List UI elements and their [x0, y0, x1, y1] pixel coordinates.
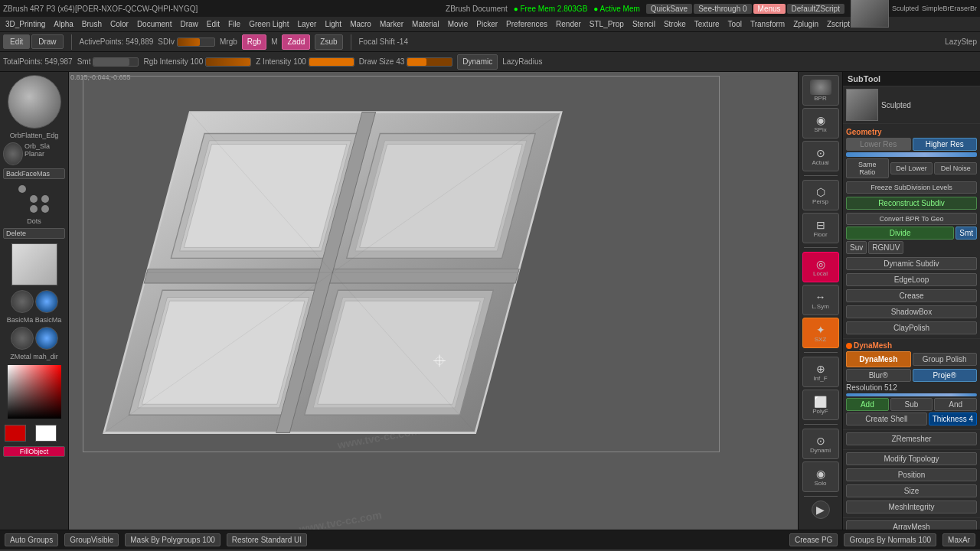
- del-noise-button[interactable]: Del Noise: [934, 162, 977, 174]
- bg-color-swatch[interactable]: [35, 425, 57, 442]
- restore-ui-button[interactable]: Restore Standard UI: [227, 533, 307, 546]
- geometry-header[interactable]: Geometry: [846, 126, 977, 138]
- group-polish-button[interactable]: Group Polish: [913, 353, 978, 366]
- menu-light[interactable]: Light: [321, 19, 345, 29]
- del-lower-button[interactable]: Del Lower: [890, 162, 933, 174]
- menu-transform[interactable]: Transform: [746, 19, 789, 29]
- menu-draw[interactable]: Draw: [176, 19, 201, 29]
- menus-button[interactable]: Menus: [753, 4, 786, 14]
- z-intensity-slider[interactable]: [309, 57, 354, 67]
- reconstruct-subdiv-button[interactable]: Reconstruct Subdiv: [846, 197, 977, 210]
- canvas-area[interactable]: 0.815,-0.044,-0.655 人人素材 www.rrsc.com ww…: [69, 72, 798, 530]
- menu-zscript[interactable]: Zscript: [823, 19, 854, 29]
- mesh-integrity-button[interactable]: MeshIntegrity: [846, 500, 977, 514]
- resolution-slider[interactable]: [846, 393, 977, 396]
- suv-button[interactable]: Suv: [846, 241, 867, 254]
- rgb-intensity-slider[interactable]: [205, 57, 251, 67]
- dynamesh-main-button[interactable]: DynaMesh: [846, 351, 911, 367]
- auto-groups-button[interactable]: Auto Groups: [5, 533, 58, 546]
- color-picker-area[interactable]: [8, 365, 61, 419]
- inf-button[interactable]: ⊕ Inf_F: [802, 357, 839, 387]
- backface-mask-button[interactable]: BackFaceMas: [3, 168, 65, 179]
- menu-zplugin[interactable]: Zplugin: [789, 19, 822, 29]
- position-button[interactable]: Position: [846, 468, 977, 481]
- sxyz-button[interactable]: ✦ SXZ: [802, 318, 839, 348]
- see-through-button[interactable]: See-through 0: [694, 4, 751, 14]
- zadd-button[interactable]: Zadd: [282, 34, 310, 50]
- menu-3dprinting[interactable]: 3D_Printing: [2, 19, 49, 29]
- menu-preferences[interactable]: Preferences: [502, 19, 551, 29]
- menu-texture[interactable]: Texture: [691, 19, 724, 29]
- spix-button[interactable]: ◉ SPix: [802, 108, 839, 139]
- nav-arrow-button[interactable]: ▶: [812, 500, 830, 519]
- menu-alpha[interactable]: Alpha: [50, 19, 77, 29]
- menu-tool[interactable]: Tool: [724, 19, 746, 29]
- modify-topology-button[interactable]: Modify Topology: [846, 452, 977, 465]
- polyf-button[interactable]: ⬜ PolyF: [802, 390, 839, 420]
- edgeloop-button[interactable]: EdgeLoop: [846, 273, 977, 286]
- higher-res-button[interactable]: Higher Res: [913, 138, 978, 151]
- sub-button[interactable]: Sub: [890, 398, 933, 411]
- convert-bpr-button[interactable]: Convert BPR To Geo: [846, 213, 977, 225]
- menu-greenlight[interactable]: Green Light: [245, 19, 292, 29]
- orb-sla-icon[interactable]: [3, 142, 23, 165]
- freeze-subdiv-button[interactable]: Freeze SubDivision Levels: [846, 181, 977, 194]
- menu-picker[interactable]: Picker: [472, 19, 501, 29]
- crease-pg-button[interactable]: Crease PG: [789, 533, 838, 546]
- menu-color[interactable]: Color: [106, 19, 132, 29]
- menu-brush[interactable]: Brush: [78, 19, 106, 29]
- smt-slider[interactable]: [93, 57, 139, 67]
- floor-button[interactable]: ⊟ Floor: [802, 213, 839, 243]
- dynamic-subdiv-button[interactable]: Dynamic Subdiv: [846, 257, 977, 270]
- group-visible-button[interactable]: GroupVisible: [64, 533, 119, 546]
- menu-document[interactable]: Document: [133, 19, 176, 29]
- same-ratio-button[interactable]: Same Ratio: [846, 158, 889, 178]
- menu-marker[interactable]: Marker: [376, 19, 407, 29]
- fg-color-swatch[interactable]: [5, 425, 26, 442]
- smt-button[interactable]: Smt: [956, 227, 977, 240]
- draw-size-slider[interactable]: [407, 57, 452, 67]
- array-mesh-button[interactable]: ArrayMesh: [846, 520, 977, 530]
- sdiv-slider[interactable]: [177, 37, 215, 47]
- draw-button[interactable]: Draw: [31, 34, 63, 49]
- zsub-button[interactable]: Zsub: [315, 34, 342, 50]
- mask-polygroups-button[interactable]: Mask By Polygroups 100: [125, 533, 220, 546]
- menu-stroke[interactable]: Stroke: [660, 19, 690, 29]
- basic-material-icon[interactable]: [11, 290, 34, 313]
- persp-button[interactable]: ⬡ Persp: [802, 180, 839, 210]
- subdiv-slider[interactable]: [846, 152, 977, 157]
- fill-object-button[interactable]: FillObject: [3, 446, 65, 457]
- create-shell-button[interactable]: Create Shell: [846, 412, 927, 425]
- zremesher-button[interactable]: ZRemesher: [846, 432, 977, 445]
- edit-button[interactable]: Edit: [3, 34, 30, 49]
- quicksave-button[interactable]: QuickSave: [646, 4, 692, 14]
- dynamic-button[interactable]: ⊙ Dynami: [802, 429, 839, 459]
- mah-dir-icon[interactable]: [35, 327, 58, 350]
- and-button[interactable]: And: [934, 398, 977, 411]
- lower-res-button[interactable]: Lower Res: [846, 138, 911, 151]
- local-button[interactable]: ◎ Local: [802, 252, 839, 282]
- blur-button[interactable]: Blur®: [846, 369, 911, 382]
- menu-render[interactable]: Render: [552, 19, 585, 29]
- groups-normals-button[interactable]: Groups By Normals 100: [844, 533, 936, 546]
- maxar-button[interactable]: MaxAr: [942, 533, 975, 546]
- delete-button[interactable]: Delete: [3, 228, 65, 239]
- zmetal-icon[interactable]: [11, 327, 34, 350]
- sculpted-mesh-thumb[interactable]: [846, 89, 878, 121]
- thickness-button[interactable]: Thickness 4: [929, 412, 977, 425]
- brush-preview[interactable]: [8, 75, 61, 129]
- menu-layer[interactable]: Layer: [293, 19, 320, 29]
- menu-stlprop[interactable]: STL_Prop: [586, 19, 628, 29]
- menu-file[interactable]: File: [224, 19, 244, 29]
- actual-button[interactable]: ⊙ Actual: [802, 141, 839, 171]
- menu-movie[interactable]: Movie: [444, 19, 472, 29]
- menu-macro[interactable]: Macro: [346, 19, 375, 29]
- crease-button[interactable]: Crease: [846, 289, 977, 302]
- shadowbox-button[interactable]: ShadowBox: [846, 305, 977, 318]
- claypolish-button[interactable]: ClayPolish: [846, 321, 977, 334]
- rgb-button[interactable]: Rgb: [242, 34, 266, 50]
- add-button[interactable]: Add: [846, 398, 889, 411]
- divide-button[interactable]: Divide: [846, 227, 954, 240]
- menu-material[interactable]: Material: [408, 19, 443, 29]
- menu-edit[interactable]: Edit: [203, 19, 224, 29]
